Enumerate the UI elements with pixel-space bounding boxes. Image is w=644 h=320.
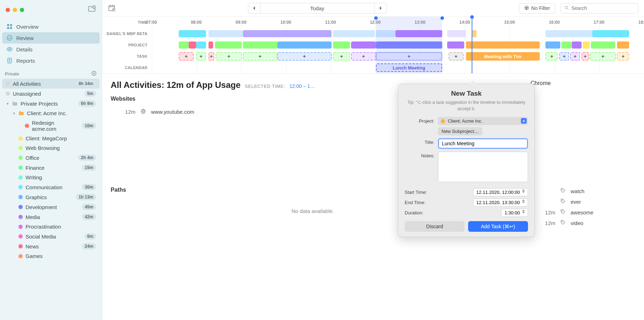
timeline-segment[interactable] [333, 30, 375, 37]
project-value: Client: Acme Inc. [448, 118, 483, 124]
prev-day-button[interactable] [248, 3, 261, 13]
tag-icon [560, 220, 566, 226]
search-box[interactable] [560, 3, 638, 13]
task-suggestion[interactable]: + [582, 52, 589, 61]
stepper-icon[interactable] [522, 189, 527, 195]
tree-item[interactable]: Web Browsing [2, 143, 100, 153]
timeline-segment[interactable] [215, 41, 242, 49]
timeline-segment[interactable] [209, 41, 213, 49]
task-suggestion[interactable]: + [570, 52, 580, 61]
timeline-segment[interactable] [572, 41, 582, 49]
globe-icon [140, 108, 146, 115]
task-suggestion[interactable]: + [351, 52, 376, 61]
notes-textarea[interactable] [438, 152, 528, 182]
nav-details[interactable]: Details [2, 44, 100, 55]
task-suggestion[interactable]: + [216, 52, 242, 61]
close-window-icon[interactable] [6, 8, 10, 12]
filter-button[interactable]: No Filter [519, 3, 555, 13]
timeline-segment[interactable] [351, 41, 376, 49]
add-task-button[interactable]: Add Task (⌘↩︎) [468, 221, 528, 232]
task-suggestion[interactable]: + [209, 52, 215, 61]
tag-row[interactable]: watch [531, 186, 637, 196]
timeline-segment[interactable] [583, 41, 590, 49]
task-suggestion[interactable]: + [545, 52, 558, 61]
timeline-segment[interactable] [196, 41, 206, 49]
timeline-segment[interactable] [591, 41, 615, 49]
timeline-segment[interactable] [545, 30, 592, 37]
add-project-icon[interactable] [91, 71, 97, 77]
timeline-segment[interactable] [447, 30, 466, 37]
new-folder-icon[interactable] [88, 5, 96, 15]
search-input[interactable] [571, 5, 634, 11]
tree-item[interactable]: Media42m [2, 212, 100, 222]
timeline-segment[interactable] [189, 41, 196, 49]
tree-item[interactable]: Communication30m [2, 182, 100, 192]
timeline-segment[interactable] [466, 41, 540, 49]
selection-range[interactable] [376, 17, 442, 73]
timeline-segment[interactable] [179, 30, 206, 37]
tree-item[interactable]: ▾Client: Acme Inc. [2, 108, 100, 118]
timeline-segment[interactable] [561, 41, 571, 49]
task-suggestion[interactable]: + [179, 52, 194, 61]
stepper-icon[interactable] [522, 200, 527, 205]
stepper-icon[interactable] [522, 210, 527, 215]
tree-item[interactable]: Client: MegaCorp [2, 134, 100, 143]
task-meeting[interactable]: Meeting with Tim [466, 52, 540, 61]
tag-row[interactable]: 12mawesome [531, 207, 637, 218]
task-suggestion[interactable]: + [243, 52, 277, 61]
start-time-input[interactable] [473, 188, 528, 196]
timeline-segment[interactable] [179, 41, 189, 49]
tree-item[interactable]: Writing [2, 173, 100, 182]
tree-item[interactable]: All Activities8h 34m [2, 79, 100, 89]
task-suggestion[interactable]: + [590, 52, 616, 61]
project-select[interactable]: Client: Acme Inc. [438, 117, 528, 125]
selection-end-handle[interactable] [440, 16, 444, 20]
tree-item[interactable]: Unassigned5m [2, 89, 100, 99]
tag-row[interactable]: ever [531, 196, 637, 207]
current-date[interactable]: Today [261, 3, 374, 13]
timeline-segment[interactable] [333, 41, 350, 49]
calendar-add-icon[interactable] [108, 4, 116, 13]
nav-overview[interactable]: Overview [2, 21, 100, 32]
tree-item[interactable]: Games [2, 251, 100, 261]
tag-row[interactable]: 12mvideo [531, 218, 637, 228]
tree-item[interactable]: Graphics1h 13m [2, 192, 100, 202]
nav-reports[interactable]: Reports [2, 55, 100, 66]
discard-button[interactable]: Discard [405, 221, 465, 232]
fullscreen-window-icon[interactable] [20, 8, 24, 12]
task-suggestion[interactable]: + [196, 52, 206, 61]
task-suggestion[interactable]: + [333, 52, 350, 61]
task-suggestion[interactable]: + [559, 52, 569, 61]
tree-item[interactable]: News24m [2, 241, 100, 251]
tree-item[interactable]: Procrastination [2, 222, 100, 231]
title-input[interactable] [438, 138, 528, 149]
tree-item[interactable]: Redesign acme.com10m [2, 118, 100, 134]
timeline-segment[interactable] [447, 41, 465, 49]
duration-badge: 6m [84, 233, 96, 240]
timeline-segment[interactable] [472, 30, 477, 37]
timeline-segment[interactable] [209, 30, 243, 37]
task-suggestion[interactable]: + [617, 52, 629, 61]
stepper-icon[interactable] [521, 118, 527, 124]
tree-item[interactable]: Development45m [2, 202, 100, 212]
tree-item[interactable]: ▾Private Projects6h 9m [2, 99, 100, 108]
timeline-segment[interactable] [243, 41, 277, 49]
nav-review[interactable]: Review [2, 32, 100, 44]
tree-item[interactable]: Office2h 4m [2, 153, 100, 163]
tree-item[interactable]: Social Media6m [2, 231, 100, 241]
tree-item[interactable]: Finance15m [2, 163, 100, 173]
end-time-input[interactable] [473, 198, 528, 207]
timeline-segment[interactable] [243, 30, 332, 37]
timeline-segment[interactable] [617, 41, 629, 49]
next-day-button[interactable] [374, 3, 387, 13]
task-suggestion[interactable]: + [449, 52, 463, 61]
timeline-segment[interactable] [545, 41, 560, 49]
task-suggestion[interactable]: + [277, 52, 332, 61]
timeline-segment[interactable] [277, 41, 332, 49]
disclosure-icon[interactable]: ▾ [12, 111, 16, 115]
disclosure-icon[interactable]: ▾ [6, 102, 9, 106]
new-subproject-button[interactable]: New Subproject… [438, 127, 482, 135]
minimize-window-icon[interactable] [13, 8, 17, 12]
timeline-segment[interactable] [592, 30, 629, 37]
selection-start-handle[interactable] [374, 16, 378, 20]
